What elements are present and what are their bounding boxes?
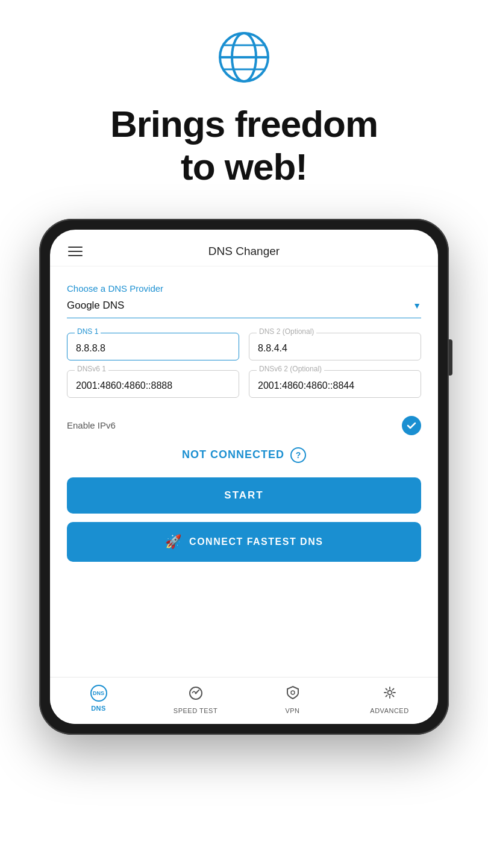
rocket-icon: 🚀 [165,534,183,550]
ipv6-toggle[interactable] [402,416,421,435]
start-button[interactable]: START [67,477,421,514]
svg-point-7 [195,692,196,694]
ipv6-row: Enable IPv6 [67,410,421,447]
nav-label-speed-test: SPEED TEST [174,707,217,714]
nav-item-dns[interactable]: DNS DNS [50,685,147,714]
nav-label-dns: DNS [91,705,106,712]
connect-fastest-dns-button[interactable]: 🚀 CONNECT FASTEST DNS [67,522,421,562]
dnsv6-2-label: DNSv6 2 (Optional) [257,365,324,373]
connect-button-label: CONNECT FASTEST DNS [189,536,323,547]
checkmark-icon [406,420,417,431]
dnsv6-2-field[interactable]: DNSv6 2 (Optional) 2001:4860:4860::8844 [249,370,421,398]
dns-provider-value: Google DNS [67,300,124,312]
app-title: DNS Changer [208,245,280,258]
headline: Brings freedom to web! [110,102,378,189]
globe-icon [217,30,271,84]
dns-fields-grid: DNS 1 8.8.8.8 DNS 2 (Optional) 8.8.4.4 D… [67,333,421,398]
dns-nav-icon: DNS [90,685,107,702]
dns1-value: 8.8.8.8 [76,343,230,354]
dns2-value: 8.8.4.4 [258,343,412,354]
dnsv6-2-value: 2001:4860:4860::8844 [258,380,412,391]
nav-label-advanced: ADVANCED [370,707,408,714]
connection-status: NOT CONNECTED [182,448,284,461]
dns-provider-label: Choose a DNS Provider [67,283,421,294]
dns1-label: DNS 1 [75,327,101,336]
ipv6-label: Enable IPv6 [67,420,116,430]
help-icon[interactable]: ? [290,447,306,463]
dns-provider-select[interactable]: Google DNS ▼ [67,300,421,318]
phone-screen: DNS Changer Choose a DNS Provider Google… [50,230,438,724]
dnsv6-1-label: DNSv6 1 [75,365,108,373]
nav-item-advanced[interactable]: ADVANCED [341,685,438,714]
dropdown-arrow-icon: ▼ [413,301,421,310]
dns1-field[interactable]: DNS 1 8.8.8.8 [67,333,239,360]
app-content: Choose a DNS Provider Google DNS ▼ DNS 1… [50,266,438,677]
phone-mockup: DNS Changer Choose a DNS Provider Google… [39,219,449,735]
hamburger-menu-button[interactable] [68,247,83,256]
gear-icon [382,685,398,704]
dnsv6-1-field[interactable]: DNSv6 1 2001:4860:4860::8888 [67,370,239,398]
top-section: Brings freedom to web! [0,0,488,189]
nav-item-speed-test[interactable]: SPEED TEST [147,685,244,714]
shield-icon [285,685,301,704]
app-header: DNS Changer [50,230,438,266]
nav-item-vpn[interactable]: VPN [244,685,341,714]
svg-point-8 [291,691,295,694]
nav-label-vpn: VPN [285,707,299,714]
dns2-field[interactable]: DNS 2 (Optional) 8.8.4.4 [249,333,421,360]
svg-point-9 [387,690,392,694]
dnsv6-1-value: 2001:4860:4860::8888 [76,380,230,391]
dns2-label: DNS 2 (Optional) [257,327,316,336]
bottom-nav: DNS DNS SPEED TEST [50,677,438,724]
speedometer-icon [188,685,204,704]
status-row: NOT CONNECTED ? [67,447,421,463]
